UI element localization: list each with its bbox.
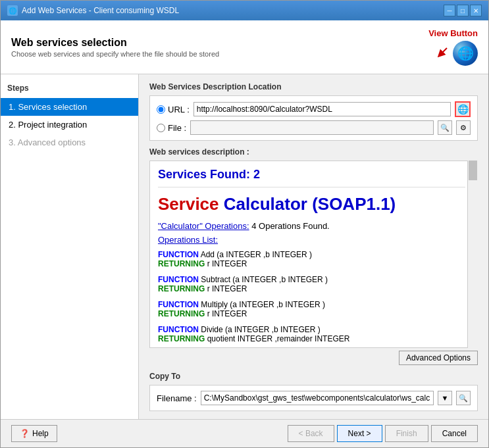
file-settings-button[interactable]: ⚙ [456, 120, 471, 135]
url-radio[interactable] [157, 105, 165, 114]
window-title: Add Web Services - Client consuming WSDL [22, 6, 179, 15]
function-divide: FUNCTION Divide (a INTEGER ,b INTEGER ) … [158, 325, 465, 343]
title-bar: 🌐 Add Web Services - Client consuming WS… [1, 1, 488, 20]
wsdl-section-title: Web Services Description Location [149, 82, 478, 91]
main-window: 🌐 Add Web Services - Client consuming WS… [0, 0, 489, 448]
services-found-header: Services Found: 2 [158, 168, 465, 187]
sidebar-item-advanced-options: 3. Advanced options [1, 134, 138, 151]
operations-heading[interactable]: "Calculator" Operations: [158, 221, 249, 231]
copy-to-box: Filename : ▼ 🔍 [149, 385, 478, 411]
cancel-button[interactable]: Cancel [431, 425, 478, 442]
browse-file-button[interactable]: 🔍 [438, 120, 452, 135]
description-box[interactable]: Services Found: 2 Service Calculator (SO… [149, 161, 478, 348]
maximize-button[interactable]: □ [457, 5, 469, 16]
main-content: Web Services Description Location URL : … [139, 74, 488, 419]
arrow-icon [437, 47, 450, 60]
close-button[interactable]: ✕ [470, 5, 482, 16]
scrollbar-thumb[interactable] [469, 161, 477, 180]
browse-filename-button[interactable]: ▼ [438, 391, 452, 405]
header: Web services selection Choose web servic… [1, 20, 488, 74]
sidebar-title: Steps [1, 81, 138, 98]
back-button[interactable]: < Back [288, 425, 334, 442]
footer: ❓ Help < Back Next > Finish Cancel [1, 419, 488, 447]
file-input[interactable] [190, 120, 434, 135]
search-filename-button[interactable]: 🔍 [456, 391, 471, 405]
filename-label: Filename : [157, 393, 197, 403]
function-add: FUNCTION Add (a INTEGER ,b INTEGER ) RET… [158, 250, 465, 268]
wsdl-location-section: Web Services Description Location URL : … [149, 82, 478, 141]
copy-to-section: Copy To Filename : ▼ 🔍 [149, 372, 478, 411]
copy-to-title: Copy To [149, 372, 478, 381]
page-subtitle: Choose web services and specify where th… [11, 50, 219, 58]
window-icon: 🌐 [7, 5, 18, 16]
view-button-label: View Button [428, 28, 478, 38]
filename-input[interactable] [201, 391, 434, 405]
fetch-url-button[interactable]: 🌐 [455, 101, 471, 117]
advanced-options-button[interactable]: Advanced Options [399, 351, 478, 365]
function-subtract: FUNCTION Subtract (a INTEGER ,b INTEGER … [158, 275, 465, 293]
content-area: Steps 1. Services selection 2. Project i… [1, 74, 488, 419]
help-button[interactable]: ❓ Help [11, 425, 57, 442]
operations-count: 4 Operations Found. [251, 221, 330, 231]
file-radio-label[interactable]: File : [157, 123, 186, 133]
page-title: Web services selection [11, 37, 219, 49]
scrollbar-track[interactable] [467, 161, 478, 348]
help-icon: ❓ [20, 429, 30, 438]
globe-icon: 🌐 [453, 41, 478, 66]
service-title: Service Calculator (SOAP1.1) [158, 194, 465, 214]
url-radio-label[interactable]: URL : [157, 105, 190, 114]
sidebar-item-project-integration[interactable]: 2. Project integration [1, 116, 138, 134]
description-section: Web services description : Services Foun… [149, 147, 478, 365]
operations-list-title[interactable]: Operations List: [158, 235, 465, 245]
desc-section-title: Web services description : [149, 147, 478, 157]
finish-button[interactable]: Finish [385, 425, 428, 442]
file-radio[interactable] [157, 124, 165, 132]
function-multiply: FUNCTION Multiply (a INTEGER ,b INTEGER … [158, 300, 465, 318]
sidebar: Steps 1. Services selection 2. Project i… [1, 74, 139, 419]
next-button[interactable]: Next > [337, 425, 382, 442]
url-input[interactable] [193, 102, 451, 116]
sidebar-item-services-selection[interactable]: 1. Services selection [1, 98, 138, 116]
wsdl-input-box: URL : 🌐 File : 🔍 ⚙ [149, 95, 478, 141]
minimize-button[interactable]: ─ [444, 5, 455, 16]
advanced-options-row: Advanced Options [149, 351, 478, 365]
operations-heading-row: "Calculator" Operations: 4 Operations Fo… [158, 221, 465, 231]
